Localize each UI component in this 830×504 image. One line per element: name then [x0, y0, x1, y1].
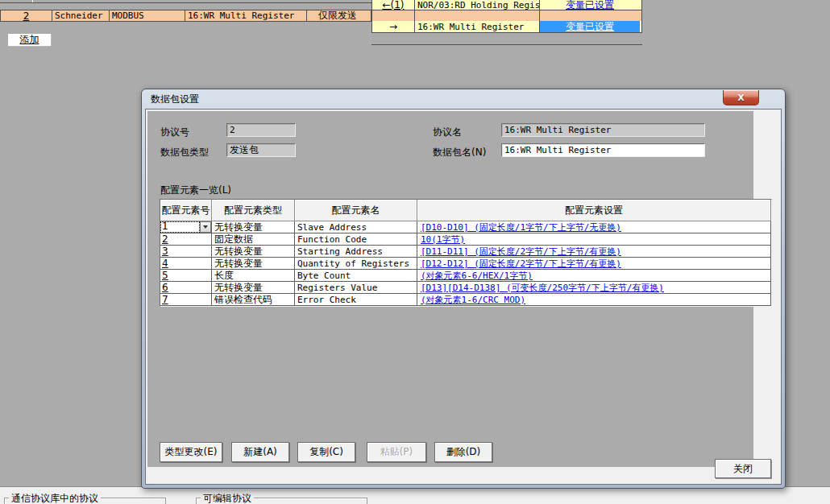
- element-setting-link[interactable]: 10(1字节): [421, 234, 465, 245]
- element-type: 无转换变量: [212, 282, 295, 294]
- change-type-button[interactable]: 类型更改(E): [160, 442, 222, 462]
- protocol-model: MODBUS: [110, 10, 185, 21]
- add-button-label: 添加: [20, 33, 39, 47]
- send-packet-row[interactable]: → 16:WR Multi Register 变量已设置: [371, 21, 642, 33]
- element-name: Starting Address: [295, 246, 417, 258]
- send-arrow[interactable]: →: [389, 21, 397, 32]
- table-row[interactable]: 3 无转换变量 Starting Address [D11-D11] (固定长度…: [160, 246, 771, 258]
- element-type: 固定数据: [212, 233, 295, 246]
- table-row[interactable]: 5 长度 Byte Count (对象元素6-6/HEX/1字节): [160, 270, 771, 282]
- packet-setting-dialog: 数据包设置 X 协议号 2 数据包类型 发送包 协议名 16:WR Multi …: [141, 89, 786, 489]
- element-name: Function Code: [295, 233, 417, 246]
- packet-type-label: 数据包类型: [160, 146, 209, 159]
- element-setting-link[interactable]: (对象元素1-6/CRC MOD): [421, 295, 525, 305]
- close-icon[interactable]: X: [723, 90, 759, 105]
- element-name: Error Check: [295, 294, 417, 306]
- packet-name-label: 数据包名(N): [433, 146, 486, 159]
- recv-variable-set-link[interactable]: 变量已设置: [566, 0, 614, 10]
- element-no-link[interactable]: 6: [162, 283, 168, 293]
- element-type: 无转换变量: [212, 221, 295, 233]
- element-type: 错误检查代码: [212, 294, 295, 306]
- header-element-no: 配置元素号: [160, 200, 212, 221]
- send-variable-set-cell[interactable]: 变量已设置: [540, 21, 640, 32]
- groupbox-editable-protocol: 可编辑协议: [196, 498, 367, 504]
- packet-spacer-row: [371, 10, 642, 22]
- recv-packet-name: NOR/03:RD Holding Registe: [415, 0, 540, 10]
- send-packet-name: 16:WR Multi Register: [415, 21, 540, 32]
- packet-name-input[interactable]: 16:WR Multi Register: [501, 143, 705, 157]
- add-button[interactable]: 添加: [8, 34, 52, 47]
- element-type: 无转换变量: [212, 246, 295, 258]
- element-setting-link[interactable]: [D13][D14-D138] (可变长度/250字节/下上字节/有更换): [421, 283, 664, 293]
- table-row[interactable]: 2 固定数据 Function Code 10(1字节): [160, 233, 771, 246]
- element-name: Quantity of Registers: [295, 258, 417, 270]
- element-type: 长度: [212, 270, 295, 282]
- groupbox-protocol-library-label: 通信协议库中的协议: [9, 492, 101, 504]
- protocol-no-field: 2: [226, 123, 296, 137]
- protocol-row[interactable]: 2 Schneider E MODBUS 16:WR Multi Registe…: [0, 10, 371, 22]
- element-no-link[interactable]: 4: [162, 258, 168, 269]
- protocol-comm-type: 仅限发送: [307, 10, 368, 21]
- groupbox-editable-protocol-label: 可编辑协议: [201, 492, 254, 504]
- table-row[interactable]: 6 无转换变量 Registers Value [D13][D14-D138] …: [160, 282, 771, 294]
- dialog-client-area: 协议号 2 数据包类型 发送包 协议名 16:WR Multi Register…: [145, 109, 782, 485]
- new-button[interactable]: 新建(A): [231, 442, 289, 462]
- close-button[interactable]: 关闭: [715, 459, 771, 478]
- protocol-name-field: 16:WR Multi Register: [501, 123, 705, 137]
- protocol-name-label: 协议名: [433, 126, 462, 139]
- element-no-combobox[interactable]: 1: [160, 221, 211, 233]
- element-no-link[interactable]: 7: [162, 295, 168, 305]
- dialog-title: 数据包设置: [151, 93, 199, 106]
- copy-button[interactable]: 复制(C): [297, 442, 355, 462]
- paste-button: 粘贴(P): [367, 442, 426, 462]
- send-variable-set-link[interactable]: 变量已设置: [566, 21, 614, 32]
- element-table-header: 配置元素号 配置元素类型 配置元素名 配置元素设置: [160, 200, 771, 221]
- element-no-value: 1: [160, 221, 200, 233]
- element-setting-link[interactable]: [D12-D12] (固定长度/2字节/下上字节/有更换): [421, 258, 621, 269]
- protocol-name-cell: 16:WR Multi Register: [185, 10, 307, 21]
- delete-button[interactable]: 删除(D): [434, 442, 492, 462]
- element-no-link[interactable]: 5: [162, 271, 168, 281]
- chevron-down-icon[interactable]: [200, 221, 211, 233]
- list-grid-line: [0, 2, 371, 3]
- element-type: 无转换变量: [212, 258, 295, 270]
- packet-type-field: 发送包: [226, 143, 296, 157]
- recv-arrow-link[interactable]: ←(1): [382, 0, 404, 10]
- element-setting-link[interactable]: [D11-D11] (固定长度/2字节/下上字节/有更换): [421, 246, 621, 257]
- element-name: Slave Address: [295, 221, 417, 233]
- element-list-label: 配置元素一览(L): [160, 184, 231, 197]
- protocol-no-link[interactable]: 2: [23, 10, 30, 21]
- protocol-no-label: 协议号: [160, 126, 189, 139]
- list-bottom-border: [371, 44, 642, 45]
- protocol-manufacturer: Schneider E: [52, 10, 110, 21]
- header-element-name: 配置元素名: [295, 200, 417, 221]
- element-name: Registers Value: [295, 282, 417, 294]
- element-name: Byte Count: [295, 270, 417, 282]
- dialog-titlebar[interactable]: 数据包设置: [142, 89, 785, 109]
- groupbox-protocol-library: 通信协议库中的协议: [4, 498, 166, 504]
- element-setting-link[interactable]: [D10-D10] (固定长度/1字节/下上字节/无更换): [421, 222, 621, 233]
- table-row[interactable]: 7 错误检查代码 Error Check (对象元素1-6/CRC MOD): [160, 294, 771, 306]
- header-element-type: 配置元素类型: [212, 200, 295, 221]
- element-no-link[interactable]: 3: [162, 246, 168, 257]
- table-row[interactable]: 1 无转换变量 Slave Address [D10-D10] (固定长度/1字…: [160, 221, 771, 233]
- table-row[interactable]: 4 无转换变量 Quantity of Registers [D12-D12] …: [160, 258, 771, 270]
- list-grid-tick: [32, 0, 33, 2]
- element-list-table: 配置元素号 配置元素类型 配置元素名 配置元素设置 1 无转换变量 Slave …: [160, 199, 772, 307]
- header-element-setting: 配置元素设置: [417, 200, 771, 221]
- element-no-link[interactable]: 2: [162, 234, 168, 245]
- element-setting-link[interactable]: (对象元素6-6/HEX/1字节): [421, 271, 533, 281]
